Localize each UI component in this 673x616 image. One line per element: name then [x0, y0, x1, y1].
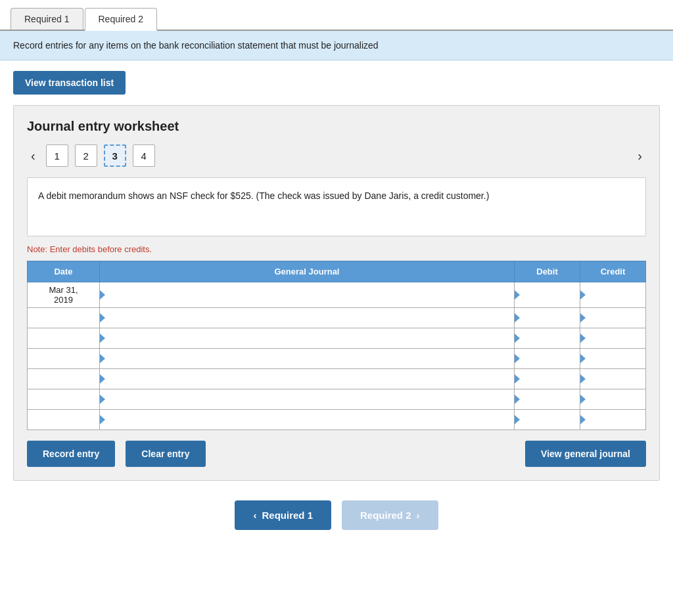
prev-label: Required 1 [262, 510, 313, 521]
credit-cell-5[interactable] [580, 369, 646, 389]
debit-cell-4[interactable] [515, 349, 580, 369]
table-row [28, 410, 646, 430]
debit-input-3[interactable] [521, 328, 580, 348]
credit-cell-2[interactable] [580, 308, 646, 328]
credit-input-7[interactable] [587, 410, 645, 429]
credit-cell-4[interactable] [580, 349, 646, 369]
row-indicator-icon [100, 290, 105, 299]
date-cell-2 [28, 308, 100, 328]
note-text: Note: Enter debits before credits. [27, 244, 646, 254]
credit-indicator-icon [580, 415, 586, 424]
credit-indicator-icon [580, 374, 586, 384]
credit-input-4[interactable] [587, 349, 645, 368]
step-4[interactable]: 4 [133, 144, 155, 167]
credit-indicator-icon [580, 354, 586, 363]
date-cell-1: Mar 31, 2019 [28, 282, 100, 308]
credit-indicator-icon [580, 313, 586, 322]
debit-input-1[interactable] [521, 285, 580, 305]
prev-arrow-icon: ‹ [253, 510, 256, 521]
credit-input-5[interactable] [587, 369, 645, 389]
journal-cell-4[interactable] [100, 349, 515, 369]
tab-required1[interactable]: Required 1 [11, 8, 83, 30]
credit-indicator-icon [580, 395, 586, 404]
debit-indicator-icon [515, 374, 520, 384]
journal-cell-6[interactable] [100, 389, 515, 410]
date-cell-3 [28, 328, 100, 349]
journal-input-3[interactable] [106, 328, 514, 348]
prev-step-arrow[interactable]: ‹ [27, 147, 39, 165]
journal-input-7[interactable] [106, 410, 514, 429]
th-credit: Credit [580, 261, 646, 282]
journal-cell-2[interactable] [100, 308, 515, 328]
th-date: Date [28, 261, 100, 282]
debit-input-2[interactable] [521, 308, 580, 328]
next-required-button: Required 2 › [342, 500, 438, 530]
date-cell-4 [28, 349, 100, 369]
journal-cell-3[interactable] [100, 328, 515, 349]
action-buttons: Record entry Clear entry View general jo… [27, 441, 646, 467]
debit-cell-2[interactable] [515, 308, 580, 328]
table-row [28, 349, 646, 369]
debit-cell-1[interactable] [515, 282, 580, 308]
step-3[interactable]: 3 [104, 144, 126, 167]
debit-cell-3[interactable] [515, 328, 580, 349]
debit-indicator-icon [515, 334, 520, 343]
next-arrow-icon: › [417, 510, 420, 521]
step-2[interactable]: 2 [75, 144, 97, 167]
date-cell-5 [28, 369, 100, 389]
journal-table: Date General Journal Debit Credit Mar 31… [27, 261, 646, 430]
view-general-journal-button[interactable]: View general journal [525, 441, 646, 467]
row-indicator-icon [100, 313, 105, 322]
debit-input-4[interactable] [521, 349, 580, 368]
debit-indicator-icon [515, 290, 520, 299]
row-indicator-icon [100, 354, 105, 363]
debit-cell-5[interactable] [515, 369, 580, 389]
description-box: A debit memorandum shows an NSF check fo… [27, 177, 646, 236]
date-cell-6 [28, 389, 100, 410]
worksheet-container: Journal entry worksheet ‹ 1 2 3 4 › A de… [13, 105, 660, 481]
credit-cell-3[interactable] [580, 328, 646, 349]
table-row [28, 328, 646, 349]
tabs-container: Required 1 Required 2 [0, 0, 673, 31]
journal-input-5[interactable] [106, 369, 514, 389]
journal-cell-5[interactable] [100, 369, 515, 389]
th-debit: Debit [515, 261, 580, 282]
debit-input-6[interactable] [521, 389, 580, 409]
step-navigation: ‹ 1 2 3 4 › [27, 144, 646, 167]
table-row [28, 389, 646, 410]
info-banner: Record entries for any items on the bank… [0, 31, 673, 60]
view-transaction-button[interactable]: View transaction list [13, 71, 126, 95]
journal-input-1[interactable] [106, 285, 514, 305]
journal-input-2[interactable] [106, 308, 514, 328]
journal-cell-1[interactable] [100, 282, 515, 308]
debit-input-7[interactable] [521, 410, 580, 429]
debit-cell-7[interactable] [515, 410, 580, 430]
credit-cell-6[interactable] [580, 389, 646, 410]
row-indicator-icon [100, 374, 105, 384]
step-1[interactable]: 1 [46, 144, 68, 167]
clear-entry-button[interactable]: Clear entry [126, 441, 205, 467]
credit-input-6[interactable] [587, 389, 645, 409]
credit-indicator-icon [580, 290, 586, 299]
credit-input-3[interactable] [587, 328, 645, 348]
table-row [28, 308, 646, 328]
journal-input-6[interactable] [106, 389, 514, 409]
journal-input-4[interactable] [106, 349, 514, 368]
debit-input-5[interactable] [521, 369, 580, 389]
row-indicator-icon [100, 415, 105, 424]
next-step-arrow[interactable]: › [634, 147, 646, 165]
credit-input-1[interactable] [587, 285, 645, 305]
debit-cell-6[interactable] [515, 389, 580, 410]
journal-cell-7[interactable] [100, 410, 515, 430]
record-entry-button[interactable]: Record entry [27, 441, 115, 467]
debit-indicator-icon [515, 354, 520, 363]
worksheet-title: Journal entry worksheet [27, 119, 646, 134]
credit-cell-7[interactable] [580, 410, 646, 430]
credit-cell-1[interactable] [580, 282, 646, 308]
th-general-journal: General Journal [100, 261, 515, 282]
date-cell-7 [28, 410, 100, 430]
prev-required-button[interactable]: ‹ Required 1 [235, 500, 331, 530]
row-indicator-icon [100, 395, 105, 404]
tab-required2[interactable]: Required 2 [85, 8, 158, 31]
credit-input-2[interactable] [587, 308, 645, 328]
